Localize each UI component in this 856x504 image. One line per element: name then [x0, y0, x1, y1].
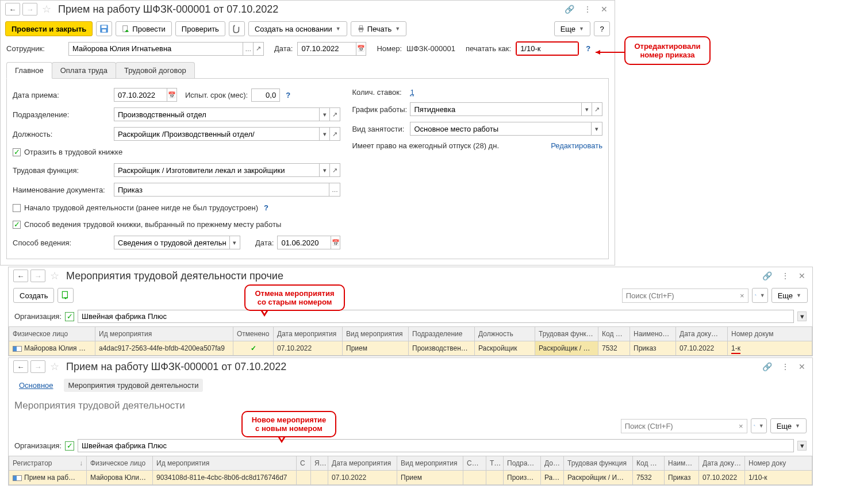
- col-event-type[interactable]: Вид мероприятия: [343, 327, 409, 341]
- chevron-down-icon[interactable]: ▾: [581, 103, 592, 116]
- ellipsis-button[interactable]: …: [243, 43, 253, 55]
- col-position[interactable]: До…: [541, 456, 564, 471]
- col-function[interactable]: Трудовая функ…: [535, 327, 598, 341]
- more-vert-icon[interactable]: ⋮: [581, 3, 594, 15]
- help-icon[interactable]: ?: [286, 91, 290, 99]
- org-checkbox[interactable]: ✓: [65, 441, 74, 451]
- col-docdate[interactable]: Дата доку…: [676, 327, 728, 341]
- create-based-button[interactable]: Создать на основании ▼: [248, 21, 347, 36]
- attach-button[interactable]: [229, 21, 245, 36]
- open-button[interactable]: ↗: [329, 108, 340, 121]
- chevron-down-icon[interactable]: ▾: [319, 164, 329, 176]
- department-input[interactable]: [114, 109, 319, 121]
- star-icon[interactable]: ☆: [42, 3, 51, 16]
- more-button[interactable]: Еще ▼: [554, 21, 590, 36]
- col-c[interactable]: С: [297, 456, 311, 471]
- open-button[interactable]: ↗: [253, 43, 263, 55]
- col-event-id[interactable]: Ид мероприятия: [95, 327, 233, 341]
- help-icon[interactable]: ?: [586, 44, 590, 53]
- more-button[interactable]: Еще ▼: [770, 418, 807, 433]
- nav-back-button[interactable]: ←: [13, 270, 28, 282]
- date-input[interactable]: [298, 43, 356, 55]
- bc-events[interactable]: Мероприятия трудовой деятельности: [64, 379, 204, 392]
- col-docnum[interactable]: Номер докум: [728, 327, 812, 341]
- search-input[interactable]: [621, 420, 735, 433]
- col-event-id[interactable]: Ид мероприятия: [153, 456, 297, 471]
- rates-link[interactable]: 1: [410, 88, 414, 97]
- close-icon[interactable]: ✕: [796, 270, 808, 282]
- position-input[interactable]: [114, 128, 319, 140]
- open-button[interactable]: ↗: [329, 128, 340, 140]
- col-docnum[interactable]: Номер доку: [745, 456, 812, 471]
- method-date-input[interactable]: [278, 237, 330, 249]
- nav-forward-button[interactable]: →: [30, 360, 45, 373]
- help-icon[interactable]: ?: [264, 203, 268, 212]
- col-code[interactable]: Код п…: [633, 456, 665, 471]
- link-icon[interactable]: 🔗: [562, 3, 577, 15]
- col-position[interactable]: Должность: [475, 327, 535, 341]
- nav-forward-button[interactable]: →: [30, 270, 45, 282]
- post-and-close-button[interactable]: Провести и закрыть: [5, 21, 93, 36]
- link-icon[interactable]: 🔗: [760, 361, 774, 372]
- org-input[interactable]: [78, 440, 793, 452]
- employee-input[interactable]: [69, 43, 243, 55]
- first-job-checkbox[interactable]: [13, 204, 21, 212]
- docname-input[interactable]: [114, 184, 329, 196]
- help-button[interactable]: ?: [594, 21, 610, 36]
- col-department[interactable]: Подраз…: [504, 456, 541, 471]
- col-cancelled[interactable]: Отменено: [233, 327, 274, 341]
- col-sv[interactable]: Св…: [463, 456, 486, 471]
- open-button[interactable]: ↗: [329, 164, 340, 176]
- calendar-icon[interactable]: 📅: [356, 43, 366, 55]
- nav-back-button[interactable]: ←: [13, 360, 28, 373]
- col-person[interactable]: Физическое лицо: [87, 456, 153, 471]
- tab-pay[interactable]: Оплата труда: [52, 62, 116, 78]
- close-icon[interactable]: ✕: [598, 3, 610, 15]
- chevron-down-icon[interactable]: ▾: [229, 236, 240, 249]
- more-vert-icon[interactable]: ⋮: [779, 270, 792, 282]
- star-icon[interactable]: ☆: [50, 360, 59, 373]
- chevron-down-icon[interactable]: ▾: [319, 128, 329, 140]
- print-button[interactable]: Печать ▼: [351, 21, 407, 36]
- calendar-icon[interactable]: 📅: [167, 89, 176, 101]
- table-row[interactable]: Майорова Юлия … a4dac917-2563-44fe-bfdb-…: [9, 341, 812, 356]
- chevron-down-icon[interactable]: ▾: [319, 108, 329, 121]
- col-event-date[interactable]: Дата мероприятия: [274, 327, 343, 341]
- calendar-icon[interactable]: 📅: [331, 236, 340, 249]
- tab-main[interactable]: Главное: [6, 62, 52, 79]
- col-department[interactable]: Подразделение: [409, 327, 475, 341]
- org-input[interactable]: [78, 310, 793, 322]
- search-button[interactable]: ▼: [751, 418, 767, 433]
- close-icon[interactable]: ✕: [796, 361, 808, 372]
- col-registrar[interactable]: Регистратор ↓: [9, 456, 87, 471]
- ellipsis-button[interactable]: …: [329, 183, 340, 196]
- star-icon[interactable]: ☆: [50, 270, 59, 282]
- check-button[interactable]: Проверить: [175, 21, 225, 36]
- create-button[interactable]: Создать: [13, 288, 54, 303]
- search-button[interactable]: ▼: [752, 288, 768, 303]
- chevron-down-icon[interactable]: ▾: [591, 122, 602, 135]
- save-button[interactable]: [96, 21, 112, 36]
- org-checkbox[interactable]: ✓: [65, 312, 74, 321]
- nav-back-button[interactable]: ←: [5, 3, 20, 16]
- col-t[interactable]: Т…: [486, 456, 504, 471]
- refresh-button[interactable]: [57, 288, 74, 303]
- table-row[interactable]: Прием на раб… Майорова Юли… 9034108d-811…: [9, 471, 812, 485]
- scroll-button[interactable]: ▾: [797, 311, 807, 321]
- hire-date-input[interactable]: [114, 89, 167, 101]
- tab-contract[interactable]: Трудовой договор: [116, 62, 195, 78]
- link-icon[interactable]: 🔗: [760, 270, 774, 282]
- scroll-button[interactable]: ▾: [797, 441, 807, 451]
- search-input[interactable]: [623, 289, 736, 302]
- col-docname[interactable]: Наименов…: [630, 327, 676, 341]
- col-function[interactable]: Трудовая функция: [564, 456, 633, 471]
- print-as-input[interactable]: [517, 43, 578, 55]
- edit-link[interactable]: Редактировать: [551, 141, 602, 150]
- workbook-checkbox[interactable]: ✓: [13, 148, 21, 156]
- clear-search-icon[interactable]: ×: [736, 291, 748, 300]
- col-docname[interactable]: Наиме…: [665, 456, 699, 471]
- probation-input[interactable]: [252, 89, 279, 101]
- post-button[interactable]: Провести: [116, 21, 172, 36]
- bc-main[interactable]: Основное: [14, 379, 58, 392]
- col-ya[interactable]: Я…: [311, 456, 328, 471]
